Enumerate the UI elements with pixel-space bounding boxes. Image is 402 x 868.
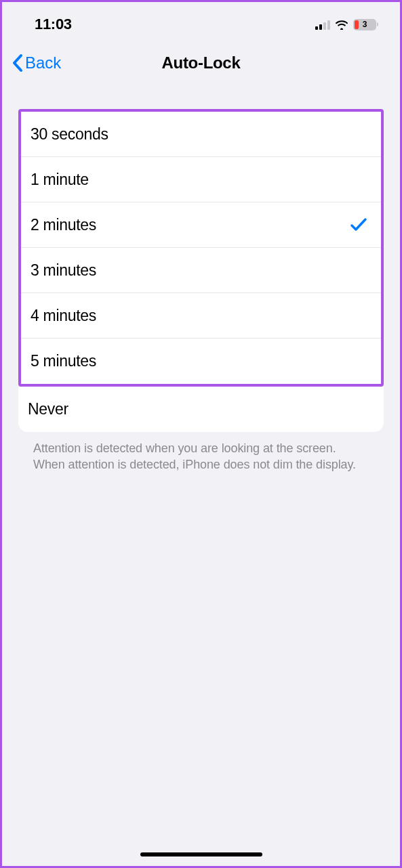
status-bar: 11:03 3 <box>2 2 400 41</box>
never-option-group: Never <box>18 387 384 432</box>
status-right-cluster: 3 <box>315 19 378 30</box>
home-indicator[interactable] <box>140 852 262 856</box>
option-2-minutes[interactable]: 2 minutes <box>21 202 381 248</box>
checkmark-icon <box>350 217 367 232</box>
option-1-minute[interactable]: 1 minute <box>21 157 381 202</box>
highlighted-options-group: 30 seconds 1 minute 2 minutes 3 minutes … <box>18 109 384 387</box>
wifi-icon <box>334 19 349 30</box>
option-4-minutes[interactable]: 4 minutes <box>21 293 381 339</box>
options-list: 30 seconds 1 minute 2 minutes 3 minutes … <box>18 109 384 473</box>
battery-percentage: 3 <box>363 20 367 29</box>
option-5-minutes[interactable]: 5 minutes <box>21 339 381 384</box>
option-label: 4 minutes <box>31 307 96 325</box>
battery-icon: 3 <box>353 19 378 30</box>
option-label: Never <box>28 400 68 418</box>
nav-bar: Back Auto-Lock <box>2 41 400 86</box>
back-label: Back <box>25 53 61 72</box>
page-title: Auto-Lock <box>12 53 390 72</box>
status-time: 11:03 <box>35 16 72 33</box>
back-button[interactable]: Back <box>12 53 61 72</box>
option-label: 3 minutes <box>31 261 96 280</box>
option-label: 5 minutes <box>31 352 96 370</box>
option-30-seconds[interactable]: 30 seconds <box>21 112 381 157</box>
chevron-left-icon <box>12 53 24 72</box>
cellular-signal-icon <box>315 20 330 30</box>
option-label: 30 seconds <box>31 125 108 144</box>
option-never[interactable]: Never <box>18 387 384 432</box>
option-label: 2 minutes <box>31 216 96 234</box>
option-label: 1 minute <box>31 171 89 189</box>
option-3-minutes[interactable]: 3 minutes <box>21 248 381 293</box>
footer-description: Attention is detected when you are looki… <box>18 432 384 473</box>
